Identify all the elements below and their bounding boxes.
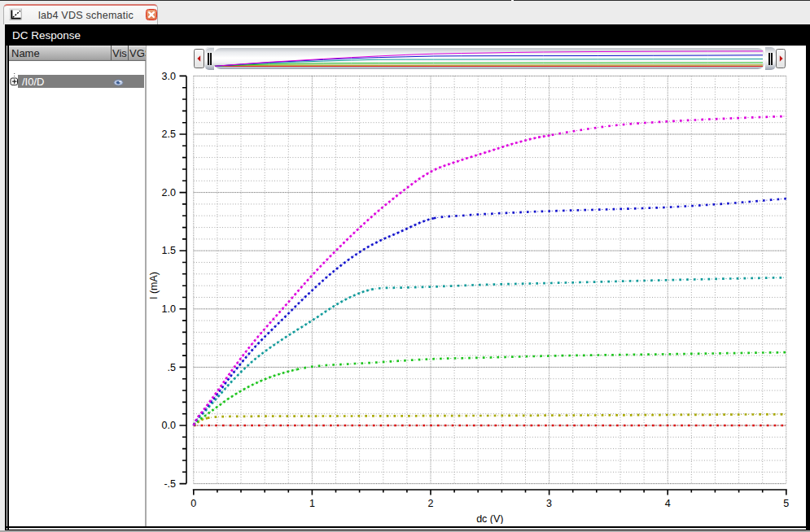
svg-text:dc (V): dc (V) <box>476 513 503 525</box>
svg-text:2: 2 <box>428 498 434 509</box>
svg-text:.5: .5 <box>168 362 176 373</box>
svg-text:0: 0 <box>190 498 196 509</box>
svg-text:0.0: 0.0 <box>162 420 176 431</box>
svg-text:I (mA): I (mA) <box>148 272 160 299</box>
svg-text:5: 5 <box>783 498 789 509</box>
svg-text:1.0: 1.0 <box>162 303 176 315</box>
svg-text:2.5: 2.5 <box>162 129 176 140</box>
svg-text:3.0: 3.0 <box>162 71 176 82</box>
svg-text:4: 4 <box>665 498 671 509</box>
svg-text:1.5: 1.5 <box>162 245 176 256</box>
svg-text:1: 1 <box>309 498 315 509</box>
svg-text:2.0: 2.0 <box>162 187 176 198</box>
svg-text:3: 3 <box>546 498 552 509</box>
svg-text:-.5: -.5 <box>164 478 176 490</box>
